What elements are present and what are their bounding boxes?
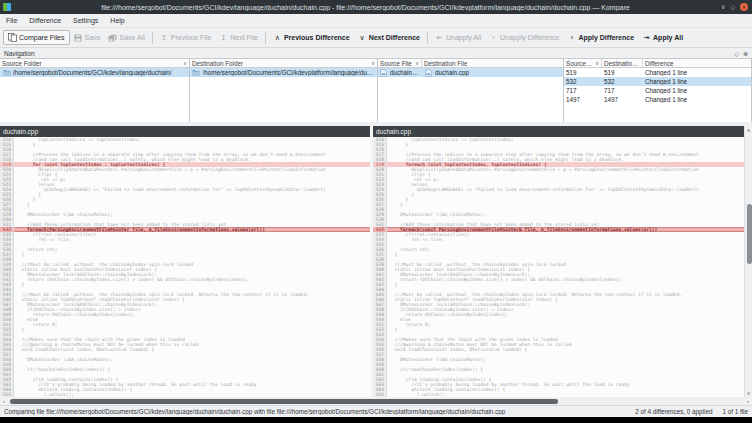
column-header-source-line[interactable]: Source Line∨ (564, 59, 602, 67)
toolbar-apply-all-button[interactable]: ⇥Apply All (638, 32, 687, 44)
column-header-label: Destination Line (604, 60, 640, 67)
close-icon[interactable]: × (740, 3, 748, 11)
list-cell: Changed 1 line (643, 77, 751, 86)
toolbar-apply-difference-button[interactable]: ›Apply Difference (563, 32, 638, 43)
toolbar-previous-file-button: ↥Previous File (156, 32, 215, 44)
list-item[interactable]: 14971497Changed 1 line (564, 95, 751, 104)
list-cell-text: Changed 1 line (645, 87, 687, 94)
minimize-icon[interactable]: ∨ (721, 3, 725, 11)
menu-difference[interactable]: Difference (23, 14, 67, 27)
window-buttons: ∨ ◇ × (721, 3, 748, 11)
nav-panel-lines: Source Line∨Destination LineDifference51… (564, 59, 752, 122)
list-cell: /home/sergobot/Documents/GCI/kdev/langua… (0, 68, 189, 77)
scroll-left-icon[interactable]: ‹ (0, 398, 8, 404)
toolbar-separator (427, 32, 428, 44)
column-header-difference[interactable]: Difference (643, 59, 751, 67)
next-file-icon: ↧ (219, 34, 228, 42)
column-header-destination-folder[interactable]: Destination Folder∨ (190, 59, 377, 67)
list-cell: 532 (564, 77, 602, 86)
menu-help[interactable]: Help (104, 14, 130, 27)
titlebar[interactable]: file:///home/sergobot/Documents/GCI/kdev… (0, 0, 752, 14)
list-item[interactable]: duchain.cppduchain.cpp (378, 68, 563, 77)
column-header-destination-file[interactable]: Destination File (422, 59, 563, 67)
list-cell-text: Changed 1 line (645, 69, 687, 76)
toolbar-save-all-label: Save All (119, 34, 144, 41)
toolbar-compare-files-button[interactable]: Compare Files (3, 30, 70, 45)
sort-indicator-icon: ∨ (371, 60, 375, 66)
cpp-file-icon (380, 69, 388, 77)
apply-difference-icon: › (567, 34, 576, 41)
menu-file[interactable]: File (0, 14, 23, 27)
vertical-scroll-thumb[interactable] (747, 204, 752, 264)
scroll-down-icon[interactable]: ∨ (747, 389, 751, 397)
horizontal-scrollbar[interactable]: ‹ › (0, 397, 752, 405)
save-icon (74, 34, 83, 42)
toolbar-next-difference-button[interactable]: ∨Next Difference (354, 32, 424, 44)
diff-pane-right: duchain.cpp 514 topContextIndices << top… (373, 126, 744, 397)
list-item[interactable]: 532532Changed 1 line (564, 77, 751, 86)
destination-pane-title: duchain.cpp (373, 126, 744, 137)
source-pane-title: duchain.cpp (0, 126, 370, 137)
list-item[interactable]: /home/sergobot/Documents/GCI/kdevplatfor… (190, 68, 377, 77)
nav-header-lines: Source Line∨Destination LineDifference (564, 59, 751, 68)
toolbar-previous-difference-button[interactable]: ∧Previous Difference (269, 32, 354, 44)
nav-panel-source-folder: Source Folder∨/home/sergobot/Documents/G… (0, 59, 190, 122)
folder-icon (192, 69, 201, 76)
dock-float-icon[interactable]: ◇ (734, 50, 739, 57)
horizontal-scroll-track[interactable] (8, 397, 744, 405)
list-cell-text: 1497 (604, 96, 618, 103)
diff-view: duchain.cpp 514 topContextIndices << top… (0, 126, 752, 397)
horizontal-scroll-thumb[interactable] (10, 399, 558, 404)
menu-settings[interactable]: Settings (67, 14, 104, 27)
list-cell-text: 532 (604, 78, 615, 85)
scroll-right-icon[interactable]: › (744, 398, 752, 404)
dock-close-icon[interactable]: ⊗ (743, 50, 748, 57)
toolbar-previous-file-label: Previous File (171, 34, 211, 41)
nav-list-destination-folder: /home/sergobot/Documents/GCI/kdevplatfor… (190, 68, 377, 122)
column-header-destination-line[interactable]: Destination Line (602, 59, 643, 67)
toolbar-unapply-difference-button: ‹Unapply Difference (485, 32, 563, 43)
list-cell: duchain.cpp (422, 68, 563, 77)
navigation-dock-title: Navigation (4, 50, 734, 57)
list-cell: duchain.cpp (378, 68, 422, 77)
column-header-source-folder[interactable]: Source Folder∨ (0, 59, 189, 67)
vertical-scrollbar[interactable]: ∧ ∨ (744, 126, 752, 397)
unapply-all-icon: ⇤ (435, 34, 444, 42)
maximize-icon[interactable]: ◇ (730, 3, 735, 11)
list-cell: 519 (564, 68, 602, 77)
list-cell-text: 717 (604, 87, 615, 94)
nav-panel-destination-folder: Destination Folder∨/home/sergobot/Docume… (190, 59, 378, 122)
status-message: Comparing file file:///home/sergobot/Doc… (4, 408, 625, 415)
destination-code-view[interactable]: 514 topContextIndices << topContextIndex… (373, 137, 744, 397)
previous-file-icon: ↥ (160, 34, 169, 42)
list-item[interactable]: 717717Changed 1 line (564, 86, 751, 95)
toolbar: Compare FilesSaveSave All↥Previous File↧… (0, 28, 752, 47)
toolbar-unapply-all-button: ⇤Unapply All (431, 32, 485, 44)
statusbar: Comparing file file:///home/sergobot/Doc… (0, 405, 752, 417)
next-difference-icon: ∨ (358, 34, 367, 42)
list-cell-text: Changed 1 line (645, 78, 687, 85)
nav-list-files: duchain.cppduchain.cpp (378, 68, 563, 122)
toolbar-apply-all-label: Apply All (653, 34, 683, 41)
toolbar-next-file-label: Next File (230, 34, 258, 41)
status-diff-count: 2 of 4 differences, 0 applied (635, 408, 712, 415)
source-code-view[interactable]: 514 topContextIndices << topContextIndex… (0, 137, 370, 397)
list-item[interactable]: /home/sergobot/Documents/GCI/kdev/langua… (0, 68, 189, 77)
toolbar-compare-files-label: Compare Files (19, 34, 65, 41)
column-header-label: Source Line (566, 60, 593, 67)
app-icon (3, 3, 11, 11)
previous-difference-icon: ∧ (273, 34, 282, 42)
column-header-label: Source File (380, 60, 412, 67)
compare-files-icon (8, 33, 17, 42)
screen-background (0, 417, 752, 423)
list-cell-text: /home/sergobot/Documents/GCI/kdevplatfor… (203, 69, 375, 76)
column-header-source-file[interactable]: Source File∨ (378, 59, 422, 67)
sort-indicator-icon: ∨ (183, 60, 187, 66)
vertical-scroll-track[interactable] (745, 134, 752, 389)
list-item[interactable]: 519519Changed 1 line (564, 68, 751, 77)
column-header-label: Difference (645, 60, 674, 67)
nav-header-destination-folder: Destination Folder∨ (190, 59, 377, 68)
scroll-up-icon[interactable]: ∧ (747, 126, 751, 134)
diff-pane-left: duchain.cpp 514 topContextIndices << top… (0, 126, 370, 397)
toolbar-save-all-button: Save All (104, 32, 148, 44)
